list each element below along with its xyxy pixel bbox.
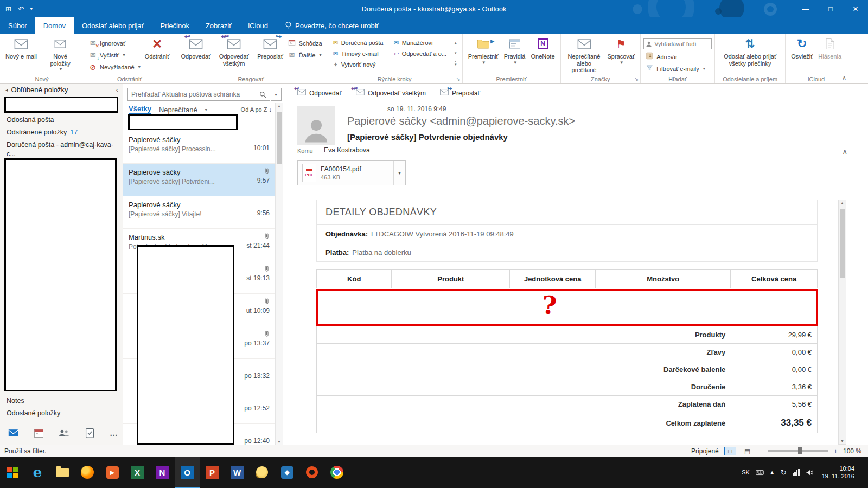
to-recipient[interactable]: Eva Kostrabova: [324, 146, 370, 154]
message-row-selected[interactable]: Papierové sáčky [Papierové sáčky] Potvrd…: [123, 164, 275, 196]
favorites-header[interactable]: ◂ Obľúbené položky ‹: [5, 86, 118, 94]
chevron-down-icon[interactable]: ▾: [205, 107, 207, 112]
more-respond-button[interactable]: ✉ Ďalšie ▾: [286, 49, 324, 61]
folder-item-inbox-admin[interactable]: Doručená pošta - admin@caj-kava-c...: [0, 139, 123, 160]
scroll-up-icon[interactable]: ▲: [276, 104, 283, 108]
message-list-scrollbar[interactable]: ▲ ▼: [275, 103, 283, 445]
folder-item-sent[interactable]: Odoslaná pošta: [0, 114, 123, 126]
blue-app-icon[interactable]: ◆: [275, 457, 299, 488]
start-button[interactable]: [0, 457, 25, 488]
zoom-out-button[interactable]: −: [759, 447, 763, 455]
ignore-button[interactable]: ✉✕ Ignorovať: [87, 37, 142, 49]
unread-read-button[interactable]: Neprečítané alebo prečítané: [564, 35, 605, 74]
more-nav-icon[interactable]: …: [110, 428, 118, 438]
address-book-button[interactable]: Adresár: [643, 51, 712, 62]
filter-email-button[interactable]: Filtrovať e-maily ▾: [643, 63, 712, 74]
tab-view[interactable]: Zobraziť: [197, 17, 240, 34]
red-ring-app-icon[interactable]: [299, 457, 324, 488]
forward-button[interactable]: ↪ Preposlať: [254, 35, 286, 60]
normal-view-button[interactable]: □: [724, 447, 736, 455]
keyboard-icon[interactable]: [756, 469, 764, 476]
attachment-chip[interactable]: PDF FA000154.pdf 463 KB ▾: [297, 160, 406, 185]
search-scope-dropdown[interactable]: ▾: [271, 88, 282, 101]
dialog-launcher-icon[interactable]: ↘: [456, 76, 461, 82]
message-row[interactable]: Papierové sáčky [Papierové sáčky] Vitajt…: [123, 196, 275, 229]
folder-item-sent-items[interactable]: Odoslané položky: [0, 407, 123, 420]
close-button[interactable]: ✕: [843, 0, 868, 17]
onenote-icon[interactable]: N: [150, 457, 175, 488]
search-people-input[interactable]: [643, 38, 712, 49]
new-items-button[interactable]: Nové položky ▼: [40, 35, 81, 72]
follow-up-button[interactable]: ⚑ Spracovať ▼: [605, 35, 638, 65]
scroll-down-icon[interactable]: ▼: [276, 440, 283, 444]
qat-dropdown-icon[interactable]: ▾: [30, 7, 33, 11]
zoom-slider[interactable]: [768, 450, 828, 452]
zoom-slider-thumb[interactable]: [798, 447, 802, 454]
onenote-button[interactable]: N OneNote: [528, 35, 557, 60]
tab-icloud[interactable]: iCloud: [240, 17, 276, 34]
collapse-ribbon-icon[interactable]: ∧: [842, 74, 846, 81]
clock[interactable]: 10:04 19. 11. 2016: [822, 465, 854, 480]
folder-item-deleted[interactable]: Odstránené položky17: [0, 126, 123, 139]
send-receive-all-button[interactable]: ⇅ Odoslať alebo prijať všetky priečinky: [721, 35, 779, 67]
people-nav-icon[interactable]: [59, 427, 69, 438]
quick-step-to-manager[interactable]: ✉Manažérovi: [391, 37, 452, 48]
scrollbar-thumb[interactable]: [840, 209, 845, 278]
search-input[interactable]: [128, 91, 259, 98]
gallery-scroll[interactable]: ▴▾▾: [452, 37, 459, 70]
excel-icon[interactable]: X: [125, 457, 150, 488]
tab-file[interactable]: Súbor: [0, 17, 35, 34]
coins-app-icon[interactable]: [250, 457, 275, 488]
message-row[interactable]: Papierové sáčky [Papierové sáčky] Proces…: [123, 131, 275, 164]
junk-button[interactable]: ⊘ Nevyžiadané ▾: [87, 61, 142, 73]
mail-nav-icon[interactable]: [8, 427, 18, 438]
minimize-pane-icon[interactable]: ‹: [116, 86, 118, 94]
icloud-refresh-button[interactable]: ↻ Osviežiť: [788, 35, 815, 60]
customize-icon[interactable]: ⊞: [5, 5, 11, 13]
tab-home[interactable]: Domov: [35, 17, 74, 34]
tab-unread-messages[interactable]: Neprečítané: [159, 106, 197, 114]
rules-button[interactable]: Pravidlá ▼: [501, 35, 528, 65]
reply-link[interactable]: ↩ Odpovedať: [297, 89, 342, 97]
scroll-down-icon[interactable]: ▼: [839, 439, 846, 443]
scrollbar-thumb[interactable]: [277, 112, 282, 164]
quick-step-reply-delete[interactable]: ↩Odpovedať a o...: [391, 48, 452, 59]
zoom-level[interactable]: 100 %: [843, 447, 861, 455]
reading-pane-scrollbar[interactable]: ▲ ▼: [838, 200, 846, 445]
scroll-up-icon[interactable]: ▲: [839, 201, 846, 205]
tab-all-messages[interactable]: Všetky: [129, 105, 151, 115]
tab-folder[interactable]: Priečinok: [152, 17, 197, 34]
hidden-icons-caret[interactable]: ▲: [770, 470, 775, 475]
tab-send-receive[interactable]: Odoslať alebo prijať: [74, 17, 152, 34]
cleanup-button[interactable]: ✉↓ Vyčistiť ▾: [87, 49, 142, 61]
network-icon[interactable]: [793, 469, 800, 476]
quick-step-create-new[interactable]: ✦Vytvoriť nový: [330, 59, 391, 70]
delete-button[interactable]: ✕ Odstrániť: [142, 35, 173, 60]
tell-me-box[interactable]: Povedzte, čo chcete urobiť: [285, 17, 379, 34]
reply-button[interactable]: ↩ Odpovedať: [178, 35, 213, 60]
firefox-icon[interactable]: [75, 457, 100, 488]
reply-all-link[interactable]: ↩↩ Odpovedať všetkým: [356, 89, 426, 97]
calendar-nav-icon[interactable]: [33, 427, 44, 438]
collapse-header-icon[interactable]: ∧: [842, 147, 847, 156]
word-icon[interactable]: W: [225, 457, 250, 488]
dialog-launcher-icon[interactable]: ↘: [635, 76, 639, 82]
media-player-icon[interactable]: ▶: [100, 457, 125, 488]
search-people-box[interactable]: [643, 38, 712, 49]
quick-step-inbox[interactable]: ✉Doručená pošta: [330, 37, 391, 48]
language-indicator[interactable]: SK: [742, 469, 750, 476]
edge-icon[interactable]: e: [25, 457, 50, 488]
outlook-icon[interactable]: O: [175, 457, 200, 488]
new-email-button[interactable]: Nový e-mail: [3, 35, 40, 60]
powerpoint-icon[interactable]: P: [200, 457, 225, 488]
meeting-button[interactable]: Schôdza: [286, 37, 324, 49]
folder-item-notes[interactable]: Notes: [0, 395, 123, 407]
tasks-nav-icon[interactable]: [84, 427, 95, 438]
maximize-button[interactable]: □: [818, 0, 843, 17]
icloud-reports-button[interactable]: Hlásenia: [815, 35, 844, 60]
quick-step-team-email[interactable]: ✉Tímový e-mail: [330, 48, 391, 59]
attachment-dropdown-icon[interactable]: ▾: [393, 161, 405, 185]
undo-icon[interactable]: ↶: [18, 5, 24, 13]
chrome-icon[interactable]: [324, 457, 349, 488]
move-button[interactable]: ▸ Premiestniť ▼: [465, 35, 501, 65]
